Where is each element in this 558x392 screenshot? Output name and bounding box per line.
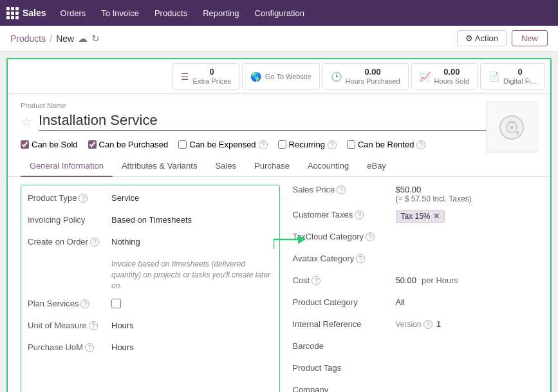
form-body: Product Type ? Service Invoicing Policy … — [8, 177, 550, 392]
invoicing-policy-field-label: Invoicing Policy — [28, 214, 111, 225]
can-be-rented-label: Can be Rented — [358, 140, 414, 149]
stat-buttons-row: ☰ 0 Extra Prices 🌎 Go To Website 🕑 0.00 … — [8, 59, 550, 94]
clock-icon: 🕑 — [331, 71, 342, 82]
product-type-help: ? — [79, 194, 88, 203]
product-type-row: Product Type ? Service — [28, 192, 273, 207]
product-photo[interactable]: + — [486, 102, 537, 153]
can-be-expensed-checkbox[interactable]: Can be Expensed ? — [178, 140, 267, 149]
version-label: Version ? — [396, 320, 432, 329]
product-type-value[interactable]: Service — [111, 192, 273, 203]
product-name-row: ☆ EN — [21, 112, 537, 131]
invoicing-policy-value[interactable]: Based on Timesheets — [111, 214, 273, 225]
recurring-help: ? — [328, 140, 337, 149]
extra-prices-count: 0 — [210, 67, 214, 77]
go-to-website-button[interactable]: 🌎 Go To Website — [242, 63, 320, 89]
hours-sold-button[interactable]: 📈 0.00 Hours Sold — [411, 63, 478, 89]
can-be-sold-label: Can be Sold — [32, 140, 78, 149]
internal-reference-row: Internal Reference Version ? 1 — [293, 319, 538, 335]
plan-services-field-label: Plan Services ? — [28, 297, 111, 308]
cost-amount[interactable]: 50.00 — [396, 275, 417, 285]
tab-purchase[interactable]: Purchase — [245, 156, 299, 177]
product-category-value[interactable]: All — [396, 297, 538, 307]
nav-orders[interactable]: Orders — [54, 0, 93, 26]
unit-of-measure-field-label: Unit of Measure ? — [28, 319, 111, 330]
chart-icon: 📈 — [420, 71, 431, 82]
sales-price-field-label: Sales Price ? — [293, 185, 396, 194]
right-column: Sales Price ? $50.00 (= $ 57.50 Incl. Ta… — [293, 185, 538, 392]
barcode-row: Barcode — [293, 341, 538, 357]
invoicing-info-text: Invoice based on timesheets (delivered q… — [111, 259, 273, 291]
discard-icon[interactable]: ↻ — [91, 33, 100, 44]
customer-taxes-value: Tax 15% ✕ — [396, 210, 538, 223]
tab-accounting[interactable]: Accounting — [299, 156, 358, 177]
customer-taxes-field-label: Customer Taxes ? — [293, 210, 396, 219]
left-column: Product Type ? Service Invoicing Policy … — [21, 185, 280, 392]
digital-files-button[interactable]: 📄 0 Digital Fi... — [480, 63, 545, 89]
svg-rect-3 — [508, 121, 516, 122]
remove-tax-button[interactable]: ✕ — [433, 212, 440, 221]
extra-prices-button[interactable]: ☰ 0 Extra Prices — [172, 63, 239, 89]
breadcrumb-parent[interactable]: Products — [10, 33, 46, 44]
plan-services-value — [111, 297, 273, 310]
hours-purchased-button[interactable]: 🕑 0.00 Hours Purchased — [322, 63, 409, 89]
sales-price-row: Sales Price ? $50.00 (= $ 57.50 Incl. Ta… — [293, 185, 538, 203]
list-icon: ☰ — [181, 71, 189, 82]
invoicing-policy-row: Invoicing Policy Based on Timesheets — [28, 214, 273, 229]
action-button[interactable]: ⚙ Action — [457, 30, 507, 46]
go-to-website-label: Go To Website — [265, 73, 312, 80]
cost-value: 50.00 per Hours — [396, 275, 538, 285]
product-checkboxes-row: Can be Sold Can be Purchased Can be Expe… — [8, 136, 550, 156]
tab-ebay[interactable]: eBay — [358, 156, 395, 177]
top-navigation: Sales Orders To Invoice Products Reporti… — [0, 0, 558, 26]
favorite-icon[interactable]: ☆ — [21, 114, 32, 129]
can-be-rented-checkbox[interactable]: Can be Rented ? — [347, 140, 425, 149]
nav-products[interactable]: Products — [148, 0, 194, 26]
plan-services-row: Plan Services ? — [28, 297, 273, 313]
product-name-label: Product Name — [21, 102, 537, 109]
purchase-uom-value[interactable]: Hours — [111, 341, 273, 352]
plan-services-checkbox[interactable] — [111, 299, 121, 308]
extra-prices-label: Extra Prices — [193, 77, 231, 85]
tax-badge-label: Tax 15% — [401, 212, 431, 221]
taxcloud-category-help: ? — [366, 232, 375, 241]
new-button[interactable]: New — [512, 30, 548, 46]
nav-configuration[interactable]: Configuration — [248, 0, 311, 26]
hours-sold-count: 0.00 — [443, 67, 460, 77]
purchase-uom-field-label: Purchase UoM ? — [28, 341, 111, 352]
create-on-order-value[interactable]: Nothing — [111, 236, 273, 247]
file-icon: 📄 — [488, 71, 499, 82]
save-manually-icon[interactable]: ☁ — [78, 33, 88, 44]
company-row: Company — [293, 385, 538, 392]
can-be-rented-help: ? — [416, 140, 425, 149]
customer-taxes-help: ? — [355, 210, 364, 219]
breadcrumb-separator: / — [50, 33, 52, 44]
unit-of-measure-row: Unit of Measure ? Hours — [28, 319, 273, 335]
breadcrumb-current: New — [56, 33, 74, 44]
breadcrumb-bar: Products / New ☁ ↻ ⚙ Action New — [0, 26, 558, 51]
info-text-row: Invoice based on timesheets (delivered q… — [28, 257, 273, 291]
sales-price-value: $50.00 (= $ 57.50 Incl. Taxes) — [396, 185, 538, 203]
nav-reporting[interactable]: Reporting — [196, 0, 245, 26]
can-be-sold-checkbox[interactable]: Can be Sold — [21, 140, 78, 149]
version-value[interactable]: 1 — [436, 319, 441, 329]
can-be-purchased-checkbox[interactable]: Can be Purchased — [88, 140, 169, 149]
app-name: Sales — [6, 7, 46, 19]
tab-attributes-variants[interactable]: Attributes & Variants — [113, 156, 207, 177]
internal-reference-value: Version ? 1 — [396, 319, 538, 329]
taxcloud-category-field-label: TaxCloud Category ? — [293, 232, 396, 241]
svg-point-2 — [510, 126, 514, 129]
plan-services-help: ? — [80, 299, 89, 308]
sales-price-amount[interactable]: $50.00 — [396, 185, 538, 194]
unit-of-measure-help: ? — [89, 321, 98, 330]
product-category-field-label: Product Category — [293, 297, 396, 307]
nav-to-invoice[interactable]: To Invoice — [95, 0, 145, 26]
can-be-purchased-label: Can be Purchased — [99, 140, 169, 149]
tab-sales[interactable]: Sales — [206, 156, 245, 177]
digital-files-count: 0 — [517, 67, 522, 77]
product-name-input[interactable] — [39, 112, 512, 131]
create-on-order-help: ? — [90, 238, 99, 247]
unit-of-measure-value[interactable]: Hours — [111, 319, 273, 330]
hours-purchased-count: 0.00 — [364, 67, 380, 77]
recurring-checkbox[interactable]: Recurring ? — [278, 140, 337, 149]
tab-general-information[interactable]: General Information — [21, 156, 113, 177]
